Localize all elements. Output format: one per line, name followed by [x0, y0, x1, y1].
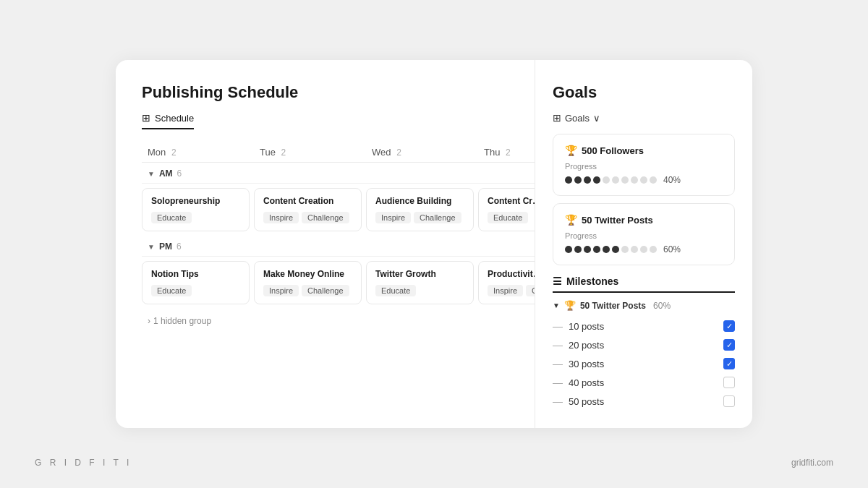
milestones-icon: ☰	[553, 275, 562, 287]
post-tags: Inspire C…	[488, 285, 535, 296]
right-panel: Goals ⊞ Goals ∨ 🏆 500 Followers Progress	[535, 60, 752, 428]
dot	[565, 246, 572, 253]
trophy-icon: 🏆	[565, 145, 577, 156]
tag-inspire: Inspire	[263, 285, 299, 296]
post-card-content-creation[interactable]: Content Creation Inspire Challenge	[254, 188, 362, 231]
branding-right: gridfiti.com	[791, 458, 833, 468]
trophy-icon: 🏆	[565, 214, 577, 226]
dash-icon: —	[553, 320, 563, 332]
tag-educate: Educate	[488, 212, 528, 223]
schedule-icon: ⊞	[142, 112, 150, 124]
post-card-productivit[interactable]: Productivit… Inspire C…	[478, 261, 535, 304]
goal-name-followers: 🏆 500 Followers	[565, 145, 723, 156]
milestone-group-header[interactable]: ▼ 🏆 50 Twitter Posts 60%	[553, 300, 735, 311]
dot	[612, 176, 619, 184]
progress-pct: 60%	[663, 244, 681, 254]
milestone-trophy-icon: 🏆	[564, 300, 576, 311]
milestone-item-20[interactable]: — 20 posts ✓	[553, 335, 735, 354]
am-label: AM	[159, 168, 173, 179]
dash-icon: —	[553, 377, 563, 388]
goals-filter-label: Goals	[565, 113, 590, 124]
post-title: Productivit…	[488, 269, 535, 279]
tab-schedule[interactable]: ⊞ Schedule	[142, 112, 194, 129]
goal-name-twitter-posts: 🏆 50 Twitter Posts	[565, 214, 723, 226]
dot	[612, 246, 619, 253]
day-header-mon: Mon 2	[142, 142, 254, 163]
milestones-label: Milestones	[566, 275, 618, 287]
milestones-header: ☰ Milestones	[553, 275, 735, 293]
dot	[640, 176, 647, 184]
hidden-group-label: 1 hidden group	[153, 316, 211, 326]
dot	[631, 176, 638, 184]
milestone-label: 10 posts	[569, 321, 604, 332]
post-card-notion-tips[interactable]: Notion Tips Educate	[142, 261, 250, 304]
page-title: Publishing Schedule	[142, 83, 514, 102]
goals-filter[interactable]: ⊞ Goals ∨	[553, 112, 735, 124]
dot	[621, 176, 629, 184]
post-card-audience-building[interactable]: Audience Building Inspire Challenge	[366, 188, 474, 231]
post-title: Content Creation	[263, 196, 352, 206]
tag-c: C…	[526, 285, 535, 296]
post-tags: Inspire Challenge	[263, 285, 352, 296]
milestone-checkbox[interactable]: ✓	[723, 339, 735, 351]
left-panel: Publishing Schedule ⊞ Schedule Mon 2 Tue…	[116, 60, 535, 428]
tag-educate: Educate	[375, 285, 416, 296]
dot	[565, 176, 572, 184]
post-tags: Inspire Challenge	[263, 212, 352, 223]
post-tags: Inspire Challenge	[375, 212, 464, 223]
dot	[640, 246, 647, 253]
milestone-checkbox[interactable]: ✓	[723, 358, 735, 369]
hidden-group[interactable]: › 1 hidden group	[142, 309, 535, 333]
pm-arrow-icon: ▼	[148, 243, 155, 251]
milestone-group-name: 50 Twitter Posts	[580, 301, 646, 311]
milestone-item-left: — 10 posts	[553, 320, 604, 332]
pm-group-header[interactable]: ▼ PM 6	[142, 236, 535, 257]
day-header-wed: Wed 2	[366, 142, 478, 163]
progress-dots-posts: 60%	[565, 244, 723, 254]
pm-label: PM	[159, 241, 172, 252]
milestone-label: 50 posts	[569, 396, 604, 407]
main-card: Publishing Schedule ⊞ Schedule Mon 2 Tue…	[116, 60, 752, 428]
post-card-content-cr[interactable]: Content Cr… Educate	[478, 188, 535, 231]
tag-educate: Educate	[151, 285, 192, 296]
dot	[584, 246, 591, 253]
milestone-item-left: — 50 posts	[553, 395, 604, 407]
progress-label: Progress	[565, 231, 723, 240]
milestone-checkbox[interactable]: ✓	[723, 320, 735, 332]
schedule-grid: Mon 2 Tue 2 Wed 2 Thu 2 ▼ AM 6	[142, 142, 514, 333]
milestone-checkbox[interactable]	[723, 395, 735, 407]
dash-icon: —	[553, 395, 563, 407]
goal-card-followers[interactable]: 🏆 500 Followers Progress 40%	[553, 134, 735, 196]
milestone-item-10[interactable]: — 10 posts ✓	[553, 317, 735, 335]
tag-challenge: Challenge	[414, 212, 461, 223]
post-card-twitter-growth[interactable]: Twitter Growth Educate	[366, 261, 474, 304]
post-title: Notion Tips	[151, 269, 240, 279]
pm-count: 6	[176, 241, 182, 252]
post-tags: Educate	[375, 285, 464, 296]
dot	[603, 246, 610, 253]
dot	[584, 176, 591, 184]
tab-schedule-label: Schedule	[155, 113, 194, 124]
milestone-item-left: — 40 posts	[553, 377, 604, 388]
milestone-label: 30 posts	[569, 359, 604, 369]
post-tags: Educate	[488, 212, 535, 223]
progress-label: Progress	[565, 162, 723, 171]
tab-bar: ⊞ Schedule	[142, 112, 514, 129]
tag-inspire: Inspire	[263, 212, 299, 223]
dot	[631, 246, 638, 253]
milestone-item-40[interactable]: — 40 posts	[553, 373, 735, 392]
dash-icon: —	[553, 358, 563, 369]
am-group-header[interactable]: ▼ AM 6	[142, 163, 535, 184]
dot	[574, 176, 582, 184]
milestone-item-50[interactable]: — 50 posts	[553, 392, 735, 411]
dot	[650, 176, 657, 184]
tag-inspire: Inspire	[375, 212, 411, 223]
goals-title: Goals	[553, 83, 735, 102]
progress-dots-followers: 40%	[565, 175, 723, 185]
post-card-make-money[interactable]: Make Money Online Inspire Challenge	[254, 261, 362, 304]
hidden-chevron-icon: ›	[148, 316, 150, 326]
goal-card-twitter-posts[interactable]: 🏆 50 Twitter Posts Progress 60%	[553, 203, 735, 265]
post-card-solopreneurship[interactable]: Solopreneurship Educate	[142, 188, 250, 231]
milestone-checkbox[interactable]	[723, 377, 735, 388]
milestone-item-30[interactable]: — 30 posts ✓	[553, 354, 735, 373]
